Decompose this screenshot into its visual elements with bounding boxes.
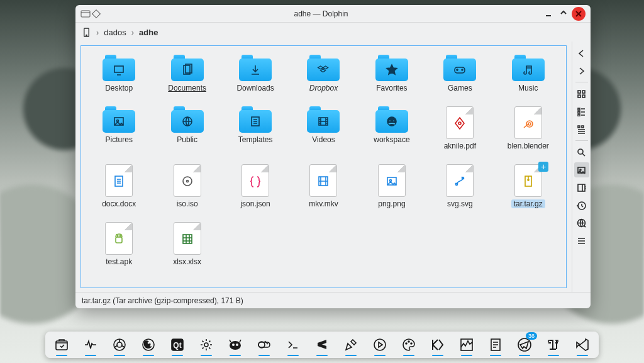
taskbar-sublime[interactable] — [312, 333, 332, 356]
activity-icon — [459, 337, 474, 352]
taskbar-toggle[interactable] — [254, 333, 274, 356]
device-icon[interactable] — [82, 28, 91, 37]
folder-favorites[interactable]: Favorites — [358, 52, 426, 95]
taskbar-notes[interactable] — [486, 333, 506, 356]
svg-rect-38 — [578, 114, 580, 116]
folder-pictures[interactable]: Pictures — [85, 104, 153, 153]
sublime-icon — [314, 337, 330, 352]
item-label: png.png — [378, 199, 405, 208]
palette-icon — [401, 337, 416, 352]
pin-icon[interactable] — [92, 9, 101, 18]
taskbar-telegram[interactable]: 36 — [514, 333, 535, 356]
view-icons-button[interactable] — [574, 86, 589, 101]
history-button[interactable] — [574, 198, 589, 213]
svg-point-16 — [458, 122, 461, 125]
taskbar-gimp[interactable] — [225, 333, 245, 356]
panel-right-icon — [577, 183, 586, 193]
menu-button[interactable] — [574, 233, 589, 248]
svg-point-2 — [86, 35, 87, 36]
folder-documents[interactable]: Documents — [153, 52, 221, 95]
item-label: Videos — [312, 135, 335, 144]
preview-icon — [577, 165, 586, 175]
file-icon — [309, 164, 337, 197]
file-json-json[interactable]: json.json — [221, 162, 289, 211]
taskbar-vscode[interactable] — [572, 333, 592, 356]
back-button[interactable] — [574, 45, 589, 60]
svg-rect-39 — [578, 126, 580, 128]
taskbar-chrome[interactable] — [109, 333, 130, 356]
svg-point-62 — [411, 343, 412, 344]
svg-rect-34 — [578, 95, 580, 98]
search-button[interactable] — [574, 145, 589, 160]
item-label: Downloads — [236, 84, 274, 92]
notes-icon — [488, 337, 503, 352]
crumb-adhe[interactable]: adhe — [139, 28, 158, 37]
close-button[interactable] — [572, 7, 586, 21]
taskbar-settings[interactable] — [196, 333, 216, 356]
folder-videos[interactable]: Videos — [289, 104, 357, 153]
menu-icon — [577, 236, 586, 245]
file-grid-frame[interactable]: DesktopDocumentsDownloadsDropboxFavorite… — [80, 45, 567, 288]
badge: 36 — [526, 332, 537, 340]
folder-downloads[interactable]: Downloads — [221, 52, 289, 95]
file-mkv-mkv[interactable]: mkv.mkv — [289, 162, 357, 211]
svg-rect-35 — [582, 95, 585, 98]
svg-point-15 — [392, 120, 394, 122]
taskbar-text-tool[interactable] — [543, 333, 564, 356]
taskbar-activity[interactable] — [457, 333, 477, 356]
network-button[interactable] — [574, 215, 589, 230]
svg-rect-47 — [56, 341, 67, 350]
svg-rect-40 — [582, 126, 584, 128]
view-compact-button[interactable] — [574, 104, 589, 119]
dolphin-window: adhe — Dolphin › dados › adhe DesktopDoc… — [75, 5, 591, 308]
taskbar-terminal[interactable] — [283, 333, 303, 356]
svg-rect-37 — [578, 111, 580, 113]
view-details-button[interactable] — [574, 121, 589, 137]
minimize-button[interactable] — [541, 7, 555, 21]
svg-point-59 — [374, 339, 386, 350]
svg-point-53 — [204, 343, 208, 347]
file-icon — [446, 106, 474, 139]
firefox-icon — [141, 337, 156, 352]
vscode-icon — [575, 337, 590, 352]
file-icon — [514, 106, 542, 139]
folder-workspace[interactable]: workspace — [358, 104, 426, 153]
taskbar-palette[interactable] — [399, 333, 419, 356]
taskbar-editor[interactable] — [341, 333, 361, 356]
file-docx-docx[interactable]: docx.docx — [85, 162, 153, 211]
taskbar-qt[interactable]: Qt — [167, 333, 187, 356]
file-svg-svg[interactable]: svg.svg — [426, 162, 494, 211]
preview-button[interactable] — [574, 162, 589, 177]
file-xlsx-xlsx[interactable]: xlsx.xlsx — [153, 220, 221, 269]
folder-games[interactable]: Games — [426, 52, 494, 95]
crumb-dados[interactable]: dados — [104, 28, 126, 37]
taskbar-firefox[interactable] — [138, 333, 158, 356]
taskbar-file-manager[interactable] — [52, 333, 72, 356]
item-label: Games — [448, 84, 472, 92]
item-label: json.json — [240, 199, 270, 208]
maximize-button[interactable] — [557, 7, 570, 21]
svg-point-43 — [580, 169, 581, 170]
taskbar-kate[interactable] — [428, 333, 448, 356]
folder-public[interactable]: Public — [153, 104, 221, 153]
folder-templates[interactable]: Templates — [221, 104, 289, 153]
taskbar-play[interactable] — [370, 333, 390, 356]
folder-dropbox[interactable]: Dropbox — [289, 52, 357, 95]
svg-point-21 — [186, 181, 188, 182]
panel-right-button[interactable] — [574, 180, 589, 195]
forward-button[interactable] — [574, 63, 589, 78]
file-png-png[interactable]: png.png — [358, 162, 426, 211]
file-tar-tar-gz[interactable]: +tar.tar.gz — [494, 162, 562, 211]
svg-point-7 — [462, 69, 463, 70]
file-aknile-pdf[interactable]: aknile.pdf — [426, 104, 494, 153]
taskbar-monitor[interactable] — [80, 333, 101, 356]
item-label: blen.blender — [508, 142, 549, 150]
crumb-sep: › — [96, 28, 99, 37]
file-test-apk[interactable]: test.apk — [85, 220, 153, 269]
file-blen-blender[interactable]: blen.blender — [494, 104, 562, 153]
folder-desktop[interactable]: Desktop — [85, 52, 153, 95]
folder-music[interactable]: Music — [494, 52, 562, 95]
svg-point-41 — [578, 149, 583, 154]
file-iso-iso[interactable]: iso.iso — [153, 162, 221, 211]
folder-icon — [239, 55, 272, 81]
